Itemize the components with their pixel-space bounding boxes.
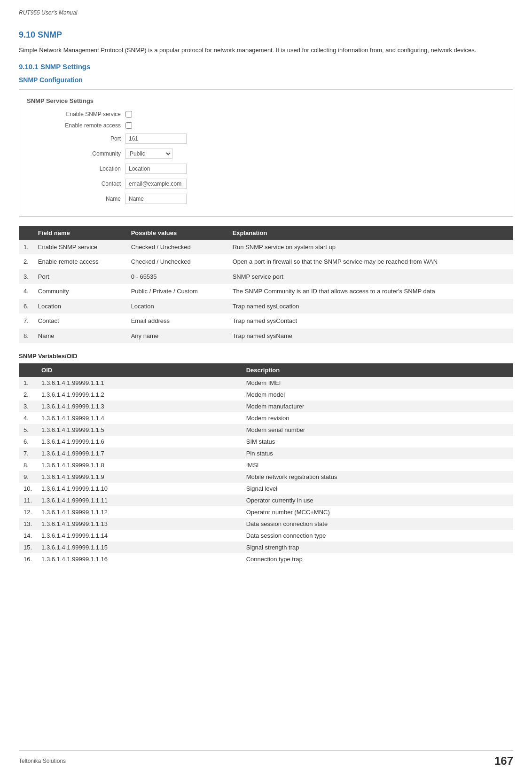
oid-table-row: 10. 1.3.6.1.4.1.99999.1.1.10 Signal leve… <box>19 483 513 494</box>
oid-row-desc: SIM status <box>242 436 513 447</box>
table-row: 1. Enable SNMP service Checked / Uncheck… <box>19 240 513 255</box>
table-row: 8. Name Any name Trap named sysName <box>19 329 513 344</box>
location-label: Location <box>64 165 125 172</box>
oid-row-oid: 1.3.6.1.4.1.99999.1.1.5 <box>37 424 242 436</box>
contact-input[interactable] <box>125 179 187 189</box>
oid-table-row: 6. 1.3.6.1.4.1.99999.1.1.6 SIM status <box>19 436 513 447</box>
oid-row-num: 16. <box>19 553 37 565</box>
enable-remote-checkbox[interactable] <box>125 122 132 129</box>
community-label: Community <box>64 150 125 157</box>
oid-row-num: 14. <box>19 530 37 542</box>
col-values: Possible values <box>126 226 228 240</box>
snmp-service-settings-label: SNMP Service Settings <box>27 97 505 104</box>
row-num: 2. <box>19 254 33 269</box>
table-row: 6. Location Location Trap named sysLocat… <box>19 299 513 314</box>
oid-table-row: 9. 1.3.6.1.4.1.99999.1.1.9 Mobile networ… <box>19 471 513 483</box>
oid-row-num: 6. <box>19 436 37 447</box>
community-select[interactable]: Public Private Custom <box>125 149 172 159</box>
oid-row-desc: Modem IMEI <box>242 377 513 389</box>
row-field: Enable SNMP service <box>33 240 126 255</box>
oid-row-oid: 1.3.6.1.4.1.99999.1.1.3 <box>37 400 242 412</box>
row-values: Any name <box>126 329 228 344</box>
oid-row-num: 2. <box>19 389 37 400</box>
row-num: 3. <box>19 269 33 284</box>
name-input[interactable] <box>125 194 187 204</box>
oid-row-num: 8. <box>19 459 37 471</box>
oid-row-num: 7. <box>19 447 37 459</box>
row-values: Email address <box>126 314 228 329</box>
oid-row-desc: Pin status <box>242 447 513 459</box>
port-label: Port <box>64 135 125 142</box>
oid-table-row: 13. 1.3.6.1.4.1.99999.1.1.13 Data sessio… <box>19 518 513 530</box>
port-input[interactable] <box>125 133 187 144</box>
oid-row-desc: Modem revision <box>242 412 513 424</box>
oid-row-oid: 1.3.6.1.4.1.99999.1.1.14 <box>37 530 242 542</box>
oid-table-row: 11. 1.3.6.1.4.1.99999.1.1.11 Operator cu… <box>19 494 513 506</box>
row-num: 6. <box>19 299 33 314</box>
oid-row-oid: 1.3.6.1.4.1.99999.1.1.11 <box>37 494 242 506</box>
row-num: 7. <box>19 314 33 329</box>
snmp-fields-table: Field name Possible values Explanation 1… <box>19 226 513 344</box>
oid-table-row: 12. 1.3.6.1.4.1.99999.1.1.12 Operator nu… <box>19 506 513 518</box>
oid-row-oid: 1.3.6.1.4.1.99999.1.1.8 <box>37 459 242 471</box>
row-field: Contact <box>33 314 126 329</box>
oid-row-desc: Operator number (MCC+MNC) <box>242 506 513 518</box>
oid-table-row: 15. 1.3.6.1.4.1.99999.1.1.15 Signal stre… <box>19 542 513 553</box>
footer-page-number: 167 <box>494 754 513 768</box>
row-values: Public / Private / Custom <box>126 284 228 299</box>
oid-table-header-row: OID Description <box>19 363 513 377</box>
table-row: 4. Community Public / Private / Custom T… <box>19 284 513 299</box>
subsection-title: 9.10.1 SNMP Settings <box>19 63 513 71</box>
enable-snmp-label: Enable SNMP service <box>64 111 125 118</box>
oid-row-oid: 1.3.6.1.4.1.99999.1.1.10 <box>37 483 242 494</box>
oid-row-oid: 1.3.6.1.4.1.99999.1.1.2 <box>37 389 242 400</box>
section-number-title: 9.10 SNMP <box>19 30 513 40</box>
oid-row-desc: Data session connection state <box>242 518 513 530</box>
oid-row-num: 3. <box>19 400 37 412</box>
enable-snmp-checkbox[interactable] <box>125 111 132 118</box>
table-row: 2. Enable remote access Checked / Unchec… <box>19 254 513 269</box>
community-row: Community Public Private Custom <box>27 149 505 159</box>
oid-row-oid: 1.3.6.1.4.1.99999.1.1.15 <box>37 542 242 553</box>
row-field: Port <box>33 269 126 284</box>
oid-row-oid: 1.3.6.1.4.1.99999.1.1.6 <box>37 436 242 447</box>
oid-row-desc: Modem model <box>242 389 513 400</box>
subsection-snmp-settings: 9.10.1 SNMP Settings SNMP Configuration … <box>19 63 513 565</box>
oid-row-num: 15. <box>19 542 37 553</box>
oid-row-oid: 1.3.6.1.4.1.99999.1.1.12 <box>37 506 242 518</box>
oid-row-oid: 1.3.6.1.4.1.99999.1.1.16 <box>37 553 242 565</box>
oid-col-oid: OID <box>37 363 242 377</box>
row-explanation: Run SNMP service on system start up <box>228 240 513 255</box>
oid-row-desc: Signal strength trap <box>242 542 513 553</box>
oid-table-row: 16. 1.3.6.1.4.1.99999.1.1.16 Connection … <box>19 553 513 565</box>
oid-row-desc: IMSI <box>242 459 513 471</box>
row-explanation: The SNMP Community is an ID that allows … <box>228 284 513 299</box>
oid-row-num: 4. <box>19 412 37 424</box>
oid-row-desc: Connection type trap <box>242 553 513 565</box>
row-values: Checked / Unchecked <box>126 254 228 269</box>
oid-row-desc: Modem serial number <box>242 424 513 436</box>
config-title: SNMP Configuration <box>19 76 513 84</box>
oid-row-desc: Signal level <box>242 483 513 494</box>
enable-remote-row: Enable remote access <box>27 122 505 129</box>
oid-table-row: 14. 1.3.6.1.4.1.99999.1.1.14 Data sessio… <box>19 530 513 542</box>
row-explanation: SNMP service port <box>228 269 513 284</box>
oid-row-desc: Operator currently in use <box>242 494 513 506</box>
row-field: Location <box>33 299 126 314</box>
row-num: 8. <box>19 329 33 344</box>
oid-row-oid: 1.3.6.1.4.1.99999.1.1.1 <box>37 377 242 389</box>
row-explanation: Trap named sysLocation <box>228 299 513 314</box>
location-input[interactable] <box>125 164 187 174</box>
oid-col-desc: Description <box>242 363 513 377</box>
table-header-row: Field name Possible values Explanation <box>19 226 513 240</box>
row-num: 4. <box>19 284 33 299</box>
oid-table-row: 5. 1.3.6.1.4.1.99999.1.1.5 Modem serial … <box>19 424 513 436</box>
row-explanation: Trap named sysName <box>228 329 513 344</box>
oid-row-num: 11. <box>19 494 37 506</box>
name-row: Name <box>27 194 505 204</box>
col-explanation: Explanation <box>228 226 513 240</box>
oid-row-num: 13. <box>19 518 37 530</box>
row-field: Community <box>33 284 126 299</box>
page-footer: Teltonika Solutions 167 <box>19 750 513 768</box>
oid-table-row: 7. 1.3.6.1.4.1.99999.1.1.7 Pin status <box>19 447 513 459</box>
